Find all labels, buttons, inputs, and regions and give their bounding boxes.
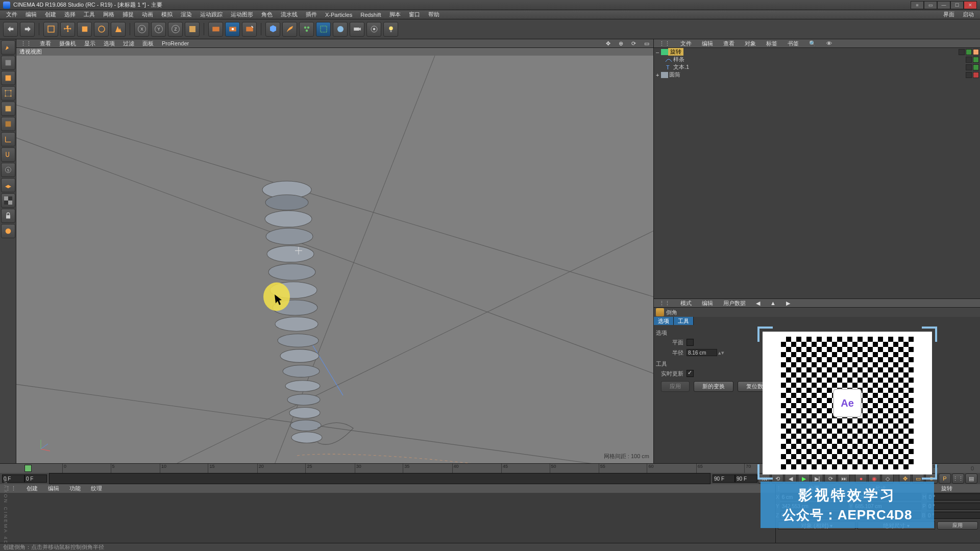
- texture-mode-icon[interactable]: [1, 71, 15, 85]
- vm-panel[interactable]: 面板: [138, 40, 158, 47]
- world-icon[interactable]: [185, 22, 200, 37]
- om-bookmark[interactable]: 书签: [782, 40, 804, 47]
- snap-icon[interactable]: [366, 22, 381, 37]
- realtime-checkbox[interactable]: [687, 370, 694, 377]
- vm-view[interactable]: 查看: [36, 40, 55, 47]
- om-grip-icon[interactable]: ⋮⋮: [654, 40, 675, 47]
- maximize-button[interactable]: ☐: [950, 1, 964, 9]
- menu-render[interactable]: 渲染: [177, 11, 196, 18]
- menu-plugins[interactable]: 插件: [302, 11, 321, 18]
- live-select-icon[interactable]: [43, 22, 58, 37]
- menu-help[interactable]: 帮助: [424, 11, 444, 18]
- am-fwd-icon[interactable]: ▶: [781, 300, 795, 307]
- tree-row-text[interactable]: T 文本.1: [654, 63, 980, 71]
- om-object[interactable]: 对象: [740, 40, 761, 47]
- deformer-tool-icon[interactable]: [316, 22, 331, 37]
- vm-options[interactable]: 选项: [100, 40, 119, 47]
- tree-label[interactable]: 文本.1: [672, 63, 689, 71]
- tree-label[interactable]: 圆筒: [668, 71, 680, 79]
- model-mode-icon[interactable]: [1, 56, 15, 70]
- object-tree[interactable]: – 旋转 样条 T 文本.1 + 圆筒: [654, 48, 980, 298]
- rotate-tool-icon[interactable]: [94, 22, 109, 37]
- plane-checkbox[interactable]: [687, 339, 694, 346]
- camera-tools-icon[interactable]: [350, 22, 364, 37]
- menu-pipeline[interactable]: 流水线: [277, 11, 302, 18]
- param-key-icon[interactable]: P: [939, 473, 951, 484]
- menu-tools[interactable]: 工具: [80, 11, 99, 18]
- am-up-icon[interactable]: ▲: [765, 300, 781, 306]
- tree-label[interactable]: 样条: [672, 56, 684, 63]
- close-button[interactable]: ✕: [964, 1, 977, 9]
- snap-tool-icon[interactable]: S: [1, 163, 15, 177]
- key-options-icon[interactable]: ▤: [965, 473, 977, 484]
- layer-tool-icon[interactable]: [1, 224, 15, 238]
- coord-apply-button[interactable]: 应用: [937, 521, 978, 530]
- mm-func[interactable]: 功能: [64, 485, 86, 492]
- tree-label[interactable]: 旋转: [668, 48, 683, 56]
- menu-script[interactable]: 脚本: [385, 11, 405, 18]
- menu-anim[interactable]: 动画: [138, 11, 157, 18]
- menu-file[interactable]: 文件: [2, 11, 21, 18]
- rot-b-input[interactable]: [926, 512, 980, 519]
- viewport-grip-icon[interactable]: ⋮⋮: [16, 40, 36, 47]
- x-lock-icon[interactable]: X: [134, 22, 149, 37]
- menu-mograph[interactable]: 运动图形: [227, 11, 257, 18]
- am-back-icon[interactable]: ◀: [751, 300, 765, 307]
- lock-tool-icon[interactable]: [1, 209, 15, 223]
- poly-mode-icon[interactable]: [1, 117, 15, 131]
- menu-xparticles[interactable]: X-Particles: [321, 12, 356, 18]
- vp-nav-rotate-icon[interactable]: ⟳: [627, 40, 640, 47]
- tree-row-cylinder[interactable]: + 圆筒: [654, 71, 980, 79]
- cloner-tool-icon[interactable]: [299, 22, 314, 37]
- redo-button[interactable]: [20, 22, 35, 37]
- menu-track[interactable]: 运动跟踪: [196, 11, 227, 18]
- menu-snap[interactable]: 捕捉: [118, 11, 138, 18]
- wb2[interactable]: ▭: [924, 1, 937, 9]
- tree-row-lathe[interactable]: – 旋转: [654, 48, 980, 56]
- undo-button[interactable]: [3, 22, 18, 37]
- om-edit[interactable]: 编辑: [697, 40, 718, 47]
- menu-window[interactable]: 窗口: [405, 11, 424, 18]
- vm-filter[interactable]: 过滤: [119, 40, 138, 47]
- spinner-icon[interactable]: ▴▾: [717, 349, 724, 356]
- mm-texture[interactable]: 纹理: [86, 485, 107, 492]
- edge-mode-icon[interactable]: [1, 102, 15, 116]
- render-region-icon[interactable]: [225, 22, 240, 37]
- y-lock-icon[interactable]: Y: [151, 22, 166, 37]
- rot-p-input[interactable]: [927, 503, 980, 510]
- am-userdata[interactable]: 用户数据: [718, 299, 751, 307]
- paint-tool-icon[interactable]: [282, 22, 297, 37]
- menu-sim[interactable]: 模拟: [157, 11, 177, 18]
- scale-tool-icon[interactable]: [77, 22, 92, 37]
- menu-create[interactable]: 创建: [41, 11, 60, 18]
- point-mode-icon[interactable]: [1, 86, 15, 101]
- checker-icon[interactable]: [1, 193, 15, 208]
- menu-edit[interactable]: 编辑: [21, 11, 41, 18]
- menu-character[interactable]: 角色: [257, 11, 277, 18]
- mm-create[interactable]: 创建: [21, 485, 43, 492]
- render-settings-icon[interactable]: [242, 22, 257, 37]
- am-grip-icon[interactable]: ⋮⋮: [654, 300, 675, 307]
- scrubber[interactable]: [49, 473, 710, 484]
- current-frame-field[interactable]: [24, 474, 47, 483]
- wb1[interactable]: ≡: [911, 1, 924, 9]
- workplane-icon[interactable]: [1, 178, 15, 192]
- move-tool-icon[interactable]: [60, 22, 75, 37]
- om-search-icon[interactable]: 🔍: [804, 40, 821, 47]
- subtab-options[interactable]: 选项: [654, 317, 674, 325]
- tree-row-spline[interactable]: 样条: [654, 56, 980, 63]
- menu-layout[interactable]: 界面: [939, 11, 959, 18]
- new-transform-button[interactable]: 新的变换: [694, 381, 733, 392]
- vp-nav-zoom-icon[interactable]: ⊕: [615, 40, 627, 47]
- menu-select[interactable]: 选择: [60, 11, 80, 18]
- viewport[interactable]: 网格间距 : 100 cm: [16, 56, 653, 463]
- am-edit[interactable]: 编辑: [697, 299, 718, 307]
- vp-nav-toggle-icon[interactable]: ▭: [640, 40, 653, 47]
- vm-prorender[interactable]: ProRender: [158, 40, 193, 46]
- am-mode[interactable]: 模式: [675, 299, 697, 307]
- render-icon[interactable]: [208, 22, 223, 37]
- apply-button[interactable]: 应用: [661, 381, 690, 392]
- om-tag[interactable]: 标签: [761, 40, 782, 47]
- vm-display[interactable]: 显示: [80, 40, 100, 47]
- menu-startup[interactable]: 启动: [959, 11, 978, 18]
